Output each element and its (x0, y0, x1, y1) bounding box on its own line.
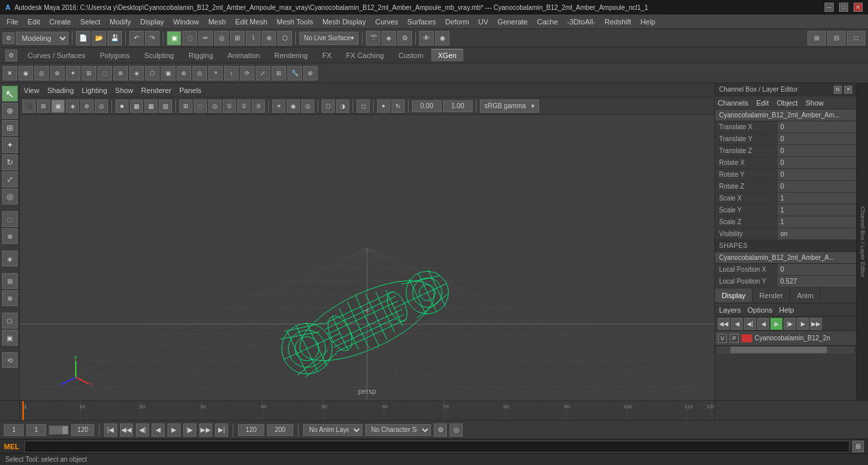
playback-anim-end[interactable] (238, 424, 264, 436)
menu-surfaces[interactable]: Surfaces (403, 16, 440, 27)
xgen-tool7-button[interactable]: ◌ (98, 66, 112, 80)
vp-menu-renderer[interactable]: Renderer (141, 86, 171, 94)
workspace-dropdown[interactable]: Modeling (16, 32, 69, 45)
panel-tab-render[interactable]: Render (753, 289, 790, 302)
menu-uv[interactable]: UV (475, 16, 492, 27)
vp-subdiv-button[interactable]: ◌ (194, 100, 207, 113)
xgen-tool12-button[interactable]: ⊕ (177, 66, 191, 80)
channel-value-tx[interactable]: 0 (778, 121, 856, 133)
menu-cache[interactable]: Cache (533, 16, 562, 27)
vp-lighting2-button[interactable]: ◉ (287, 100, 300, 113)
xgen-tool16-button[interactable]: ⟳ (240, 66, 254, 80)
channel-value-vis[interactable]: on (778, 228, 856, 239)
layer-color-swatch[interactable] (741, 334, 752, 342)
layer-visible-button[interactable]: V (718, 334, 727, 343)
menu-help[interactable]: Help (637, 16, 660, 27)
menu-curves[interactable]: Curves (371, 16, 402, 27)
tab-fx-caching[interactable]: FX Caching (339, 49, 390, 61)
layers-tool-step-back-button[interactable]: ◀ (757, 318, 769, 330)
channel-value-lpx[interactable]: 0 (778, 264, 856, 275)
playback-fwd-frame-button[interactable]: |▶ (183, 423, 196, 437)
vp-menu-show[interactable]: Show (115, 86, 134, 94)
layers-tool-next-frame-button[interactable]: |▶ (784, 318, 796, 330)
channel-value-ry[interactable]: 0 (778, 169, 856, 180)
layers-tool-play-button[interactable]: ▶ (770, 318, 782, 330)
menu-display[interactable]: Display (136, 16, 168, 27)
mel-execute-button[interactable]: ⊞ (852, 441, 864, 452)
tab-fx[interactable]: FX (316, 49, 338, 61)
save-scene-button[interactable]: 💾 (107, 31, 122, 46)
tab-sculpting[interactable]: Sculpting (138, 49, 181, 61)
snap-grid-button[interactable]: ⊞ (230, 31, 245, 46)
xgen-tool19-button[interactable]: 🔧 (287, 66, 302, 80)
menu-redshift[interactable]: Redshift (600, 16, 635, 27)
channel-box-expand-button[interactable]: ⧉ (834, 86, 842, 94)
xgen-tool6-button[interactable]: ⊞ (82, 66, 96, 80)
viewport-grid-button[interactable]: ⊟ (827, 31, 846, 46)
vp-persp-button[interactable]: ⊞ (37, 100, 50, 113)
select-tool[interactable]: ↖ (2, 86, 18, 102)
channel-value-sy[interactable]: 1 (778, 204, 856, 216)
vp-lighting3-button[interactable]: ◎ (301, 100, 314, 113)
vp-shading1-button[interactable]: ■ (115, 100, 129, 113)
cb-menu-show[interactable]: Show (805, 99, 824, 107)
no-char-set-dropdown[interactable]: No Character Set (365, 424, 431, 436)
vp-ao-button[interactable]: ◑ (336, 100, 349, 113)
snap-tool2[interactable]: ▣ (2, 330, 18, 346)
layers-menu-help[interactable]: Help (779, 306, 794, 314)
cb-menu-edit[interactable]: Edit (756, 99, 768, 107)
tab-animation[interactable]: Animation (221, 49, 266, 61)
undo-button[interactable]: ↶ (129, 31, 144, 46)
channel-value-rz[interactable]: 0 (778, 181, 856, 192)
new-scene-button[interactable]: 📄 (76, 31, 90, 46)
layer-editor-tool[interactable]: ⊞ (2, 273, 18, 289)
xgen-tool20-button[interactable]: ⊕ (303, 66, 318, 80)
cb-menu-object[interactable]: Object (776, 99, 797, 107)
vp-res3-button[interactable]: ③ (252, 100, 265, 113)
snap-point-button[interactable]: ⊕ (262, 31, 276, 46)
scrollbar-thumb[interactable] (730, 346, 827, 354)
menu-3dto-all[interactable]: -3DtoAll- (564, 16, 600, 27)
xgen-tool18-button[interactable]: ⊞ (272, 66, 286, 80)
layers-tool-rew-button[interactable]: ◀◀ (718, 318, 730, 330)
xgen-tool2-button[interactable]: ◉ (18, 66, 33, 80)
snap-curve-button[interactable]: ⌇ (246, 31, 260, 46)
tab-polygons[interactable]: Polygons (93, 49, 136, 61)
timeline-ruler[interactable]: 1 10 20 30 40 50 60 70 80 (20, 401, 714, 420)
tab-rigging[interactable]: Rigging (182, 49, 219, 61)
vp-lighting1-button[interactable]: ☀ (272, 100, 285, 113)
redo-button[interactable]: ↷ (145, 31, 159, 46)
paint-select-button[interactable]: ✏ (198, 31, 213, 46)
tab-custom[interactable]: Custom (392, 49, 430, 61)
playback-back-button[interactable]: ◀ (152, 423, 165, 437)
xgen-tool8-button[interactable]: ⊗ (113, 66, 128, 80)
panel-tab-anim[interactable]: Anim (790, 289, 821, 302)
mel-input[interactable] (24, 441, 850, 452)
minimize-button[interactable]: ─ (825, 3, 834, 12)
channel-value-tz[interactable]: 0 (778, 145, 856, 156)
show-hide-button[interactable]: 👁 (419, 31, 434, 46)
vp-xray-button[interactable]: ◻ (357, 100, 370, 113)
cb-menu-channels[interactable]: Channels (718, 99, 748, 107)
menu-generate[interactable]: Generate (494, 16, 532, 27)
xgen-tool15-button[interactable]: ↕ (224, 66, 239, 80)
lasso-select-button[interactable]: ◌ (183, 31, 197, 46)
channel-value-lpy[interactable]: 0.527 (778, 276, 856, 287)
menu-window[interactable]: Window (169, 16, 203, 27)
tab-rendering[interactable]: Rendering (268, 49, 314, 61)
layers-tool-fwd-button[interactable]: ▶▶ (810, 318, 822, 330)
vp-value1-input[interactable] (412, 100, 442, 112)
playback-next-key-button[interactable]: ▶▶ (199, 423, 212, 437)
snap-tool1[interactable]: ⬡ (2, 313, 18, 328)
tab-xgen[interactable]: XGen (431, 49, 463, 61)
playback-goto-end-button[interactable]: ▶| (215, 423, 228, 437)
playback-current-frame[interactable] (26, 424, 46, 436)
render-button[interactable]: 🎬 (366, 31, 380, 46)
viewport-single-button[interactable]: □ (847, 31, 865, 46)
gamma-dropdown[interactable]: sRGB gamma ▾ (480, 100, 539, 113)
menu-create[interactable]: Create (45, 16, 75, 27)
xgen-tool17-button[interactable]: ⤢ (256, 66, 270, 80)
menu-deform[interactable]: Deform (441, 16, 473, 27)
vp-res1-button[interactable]: ① (223, 100, 236, 113)
layers-scrollbar[interactable] (715, 346, 856, 354)
